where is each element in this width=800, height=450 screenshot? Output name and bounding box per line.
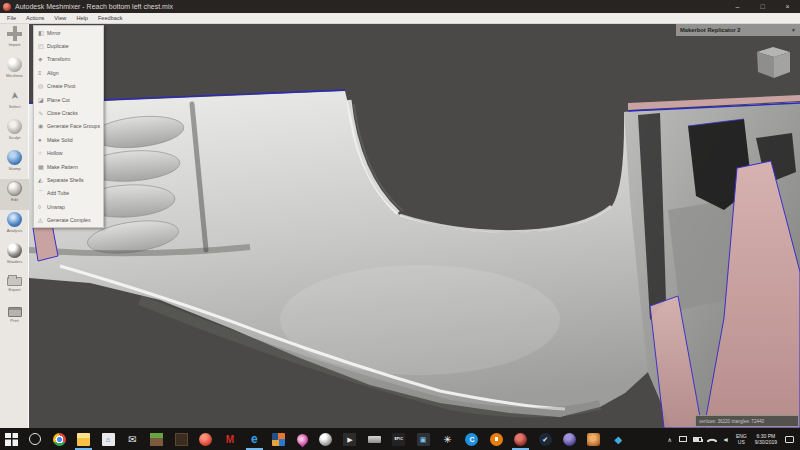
menu-actions[interactable]: Actions [21,13,49,24]
shaders-sphere-icon [7,243,22,258]
close-button[interactable]: × [775,0,800,13]
menu-item-generate-complex[interactable]: ◬Generate Complex [34,213,103,226]
sphere-game-icon[interactable] [319,433,332,446]
red-m-app-icon[interactable]: M [224,433,237,446]
sidebar-item-edit[interactable]: Edit [0,179,29,210]
mail-icon[interactable]: ✉ [126,433,139,446]
generate-complex-icon: ◬ [38,217,47,223]
workspace: Makerbot Replicator 2 ▼ ◧Mirror ◰Duplica… [0,24,800,428]
battery-icon[interactable] [693,437,702,442]
sidebar-item-meshmix[interactable]: Meshmix [0,55,29,86]
duplicate-icon: ◰ [38,43,47,49]
make-pattern-icon: ▦ [38,164,47,170]
taskbar: ⌂ ✉ M e ▶ EPIC ▣ ✳ C ✔ ◆ ∧ ◄ ENG US [0,428,800,450]
mirror-icon: ◧ [38,30,47,36]
tool-sidebar: Import Meshmix ➤Select Sculpt Stamp Edit… [0,24,29,428]
close-cracks-icon: ∿ [38,110,47,116]
system-tray: ∧ ◄ ENG US 6:30 PM 9/30/2019 [668,428,800,450]
sculpt-sphere-icon [7,119,22,134]
printer-selector[interactable]: Makerbot Replicator 2 ▼ [676,24,800,36]
sidebar-item-select[interactable]: ➤Select [0,86,29,117]
menu-item-make-solid[interactable]: ●Make Solid [34,133,103,146]
c-app-icon[interactable]: C [465,433,478,446]
mesh-stats-box: vertices: 36220 triangles: 72440 [695,415,799,427]
edge-icon[interactable]: e [248,433,261,446]
gray-app-icon[interactable] [368,436,381,443]
menu-item-make-pattern[interactable]: ▦Make Pattern [34,160,103,173]
create-pivot-icon: ◎ [38,83,47,89]
menu-view[interactable]: View [49,13,71,24]
menu-feedback[interactable]: Feedback [93,13,128,24]
spike-game-icon[interactable]: ✳ [441,433,454,446]
purple-game-icon[interactable] [563,433,576,446]
menu-item-plane-cut[interactable]: ◪Plane Cut [34,93,103,106]
select-arrow-icon: ➤ [6,87,22,103]
red-orb-app-icon[interactable] [199,433,212,446]
meshmixer-taskbar-icon[interactable] [514,433,527,446]
menu-item-create-pivot[interactable]: ◎Create Pivot [34,80,103,93]
epic-games-icon[interactable]: EPIC [392,433,405,446]
menu-help[interactable]: Help [71,13,93,24]
volume-icon[interactable]: ◄ [722,436,729,443]
menu-item-close-cracks[interactable]: ∿Close Cracks [34,106,103,119]
minimize-button[interactable]: – [725,0,750,13]
blender-icon[interactable] [490,433,503,446]
maximize-button[interactable]: □ [750,0,775,13]
menu-item-unwrap[interactable]: ◊Unwrap [34,200,103,213]
office-app-icon[interactable] [272,433,285,446]
menu-item-separate-shells[interactable]: ◭Separate Shells [34,173,103,186]
action-center-icon[interactable] [785,436,794,443]
import-plus-icon [7,26,22,41]
movies-tv-icon[interactable]: ▶ [343,433,356,446]
printer-name: Makerbot Replicator 2 [680,27,791,33]
chrome-icon[interactable] [53,433,66,446]
v-game-icon[interactable]: ✔ [539,433,552,446]
align-icon: ≡ [38,70,47,76]
menu-item-hollow[interactable]: ○Hollow [34,147,103,160]
cortana-icon[interactable] [29,433,41,445]
menu-item-add-tube[interactable]: ⌒Add Tube [34,187,103,200]
orange-game-icon[interactable] [587,433,600,446]
export-folder-icon [7,277,22,286]
edit-dropdown-menu: ◧Mirror ◰Duplicate ◈Transform ≡Align ◎Cr… [33,25,104,228]
diamond-app-icon[interactable]: ◆ [612,433,625,446]
menu-item-generate-face-groups[interactable]: ◉Generate Face Groups [34,120,103,133]
plane-cut-icon: ◪ [38,97,47,103]
hollow-icon: ○ [38,150,47,156]
sidebar-item-shaders[interactable]: Shaders [0,241,29,272]
chevron-down-icon: ▼ [791,27,796,33]
sidebar-item-print[interactable]: Print [0,303,29,334]
face-groups-icon: ◉ [38,123,47,129]
sidebar-item-sculpt[interactable]: Sculpt [0,117,29,148]
hidden-icons-chevron-icon[interactable]: ∧ [668,436,672,443]
stamp-sphere-icon [7,150,22,165]
minecraft-icon[interactable] [150,433,163,446]
menu-item-duplicate[interactable]: ◰Duplicate [34,39,103,52]
block-game-icon[interactable] [175,433,188,446]
pin-app-icon[interactable] [294,431,310,447]
date-text: 9/30/2019 [755,439,777,445]
menubar: File Actions View Help Feedback [0,13,800,24]
sidebar-item-analysis[interactable]: Analysis [0,210,29,241]
viewport-3d-model[interactable] [0,24,800,428]
menu-item-mirror[interactable]: ◧Mirror [34,26,103,39]
unwrap-icon: ◊ [38,204,47,210]
wifi-icon[interactable] [706,435,717,446]
display-tray-icon[interactable] [679,436,687,442]
sidebar-item-export[interactable]: Export [0,272,29,303]
clock[interactable]: 6:30 PM 9/30/2019 [755,433,777,445]
window-title: Autodesk Meshmixer - Reach bottom left c… [15,3,173,10]
sidebar-item-stamp[interactable]: Stamp [0,148,29,179]
add-tube-icon: ⌒ [38,190,47,196]
file-explorer-icon[interactable] [77,433,90,446]
microsoft-store-icon[interactable]: ⌂ [102,433,115,446]
sidebar-item-import[interactable]: Import [0,24,29,55]
language-indicator[interactable]: ENG US [736,433,747,445]
dark-game-icon[interactable]: ▣ [417,433,430,446]
start-button[interactable] [5,433,18,446]
menu-item-transform[interactable]: ◈Transform [34,53,103,66]
menu-item-align[interactable]: ≡Align [34,66,103,79]
analysis-sphere-icon [7,212,22,227]
menu-file[interactable]: File [2,13,21,24]
titlebar: Autodesk Meshmixer - Reach bottom left c… [0,0,800,13]
